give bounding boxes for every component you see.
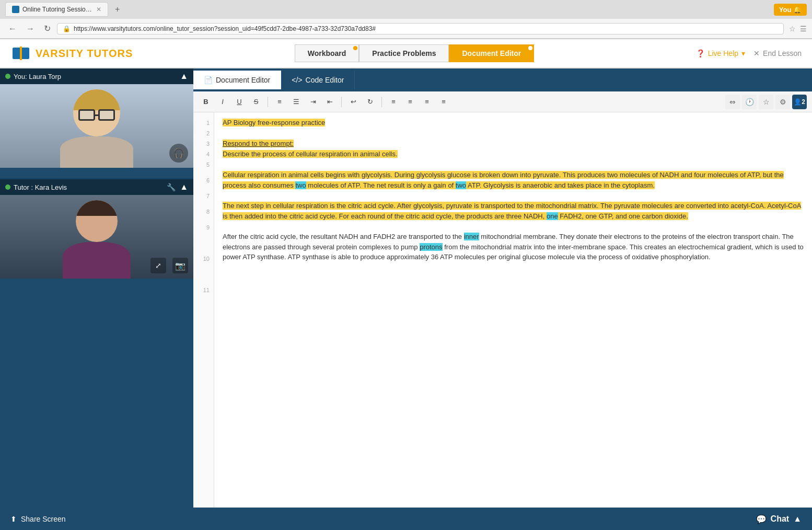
strikethrough-button[interactable]: S	[249, 95, 263, 109]
user-count-badge: 👤 2	[792, 95, 807, 109]
you-video-feed: 🎧	[0, 84, 193, 168]
expand-icon[interactable]: ⤢	[150, 258, 166, 273]
align-center-button[interactable]: ≡	[403, 95, 417, 109]
line-1: AP Biology free-response practice	[223, 118, 804, 128]
outdent-button[interactable]: ⇤	[322, 95, 337, 109]
chat-button[interactable]: 💬 Chat ▲	[756, 514, 802, 524]
tab-practice-problems[interactable]: Practice Problems	[359, 44, 449, 62]
line-1-text: AP Biology free-response practice	[223, 119, 325, 126]
you-glasses-left	[78, 109, 95, 121]
forward-button[interactable]: →	[23, 23, 38, 34]
you-body	[60, 136, 133, 168]
line-num-9: 9	[193, 222, 214, 233]
redo-button[interactable]: ↻	[363, 95, 377, 109]
back-button[interactable]: ←	[5, 23, 20, 34]
you-online-indicator	[5, 74, 10, 79]
toolbar-right: ⇔ 🕐 ☆ ⚙ 👤 2	[725, 95, 807, 109]
menu-icon[interactable]: ☰	[800, 25, 807, 33]
line-num-4: 4	[193, 149, 214, 159]
browser-tab[interactable]: Online Tutoring Sessio… ✕	[5, 2, 108, 17]
bookmark-icon[interactable]: ☆	[789, 25, 796, 33]
workboard-dot	[353, 46, 357, 50]
close-icon: ✕	[753, 49, 760, 57]
svg-rect-1	[21, 48, 29, 59]
tab-document-editor[interactable]: Document Editor	[449, 44, 534, 62]
logo-area: VARSITY TUTORS	[10, 45, 133, 61]
arrows-icon[interactable]: ⇔	[725, 95, 740, 109]
tutor-head	[76, 200, 118, 242]
share-screen-button[interactable]: ⬆ Share Screen	[10, 515, 66, 523]
ordered-list-button[interactable]: ≡	[272, 95, 287, 109]
browser-chrome: Online Tutoring Sessio… ✕ + You 🔔 ← → ↻ …	[0, 0, 812, 39]
document-editor-dot	[528, 46, 532, 50]
help-icon: ❓	[696, 49, 705, 57]
align-left-button[interactable]: ≡	[386, 95, 401, 109]
logo-text: VARSITY TUTORS	[36, 48, 133, 60]
italic-button[interactable]: I	[215, 95, 230, 109]
text-content[interactable]: AP Biology free-response practice Respon…	[214, 112, 812, 508]
tutor-header-right: 🔧 ▲	[167, 182, 188, 192]
tab-close-icon[interactable]: ✕	[96, 6, 101, 13]
refresh-button[interactable]: ↻	[41, 22, 54, 34]
line-8: The next step in cellular respiration is…	[223, 201, 804, 221]
clock-icon[interactable]: 🕐	[742, 95, 757, 109]
you-video-header-left: You: Laura Torp	[5, 73, 61, 80]
line-num-5: 5	[193, 159, 214, 170]
editor-content[interactable]: 1 2 3 4 5 6 7 8 9 10 11 AP Biology free-…	[193, 112, 812, 508]
chat-icon: 💬	[756, 514, 767, 524]
underline-button[interactable]: U	[232, 95, 247, 109]
end-lesson-button[interactable]: ✕ End Lesson	[753, 49, 802, 57]
tutor-label: Tutor : Kara Levis	[14, 183, 67, 191]
line-num-2: 2	[193, 128, 214, 139]
tutor-collapse-button[interactable]: ▲	[180, 182, 188, 192]
unordered-list-button[interactable]: ☰	[289, 95, 304, 109]
left-panel: You: Laura Torp ▲ 🎧	[0, 68, 193, 508]
tutor-online-indicator	[5, 185, 10, 190]
editor-tabs: 📄 Document Editor </> Code Editor	[193, 68, 812, 91]
settings-icon[interactable]: ⚙	[775, 95, 790, 109]
camera-icon[interactable]: 📷	[172, 258, 188, 273]
share-screen-icon: ⬆	[10, 515, 17, 523]
header-right: ❓ Live Help ▾ ✕ End Lesson	[696, 49, 802, 57]
star-icon[interactable]: ☆	[759, 95, 773, 109]
tutor-video-panel: Tutor : Kara Levis 🔧 ▲ ⤢ 📷	[0, 179, 193, 289]
line-num-3: 3	[193, 139, 214, 149]
tab-workboard[interactable]: Workboard	[295, 44, 359, 62]
undo-button[interactable]: ↩	[346, 95, 361, 109]
tab-document-editor-inner[interactable]: 📄 Document Editor	[193, 71, 281, 89]
url-text: https://www.varsitytutors.com/online_tut…	[74, 25, 376, 32]
lock-icon: 🔒	[63, 25, 71, 32]
you-video-header: You: Laura Torp ▲	[0, 68, 193, 84]
bold-button[interactable]: B	[199, 95, 213, 109]
line-num-11: 11	[193, 285, 214, 295]
align-right-button[interactable]: ≡	[420, 95, 434, 109]
indent-button[interactable]: ⇥	[306, 95, 320, 109]
tutor-settings-icon[interactable]: 🔧	[167, 183, 176, 191]
you-video-panel: You: Laura Torp ▲ 🎧	[0, 68, 193, 178]
line-5	[223, 159, 804, 170]
browser-addressbar: ← → ↻ 🔒 https://www.varsitytutors.com/on…	[0, 19, 812, 39]
line-6: Cellular respiration in animal cells beg…	[223, 170, 804, 190]
tutor-hair	[76, 200, 118, 216]
toolbar-sep-1	[268, 97, 268, 107]
user-count-icon: 👤	[794, 98, 802, 106]
live-help-button[interactable]: ❓ Live Help ▾	[696, 49, 745, 57]
line-11	[223, 262, 804, 273]
line-4: Describe the process of cellular respira…	[223, 149, 804, 159]
line-3: Respond to the prompt:	[223, 139, 804, 149]
justify-button[interactable]: ≡	[436, 95, 451, 109]
toolbar-sep-2	[341, 97, 342, 107]
header-tabs: Workboard Practice Problems Document Edi…	[295, 44, 535, 62]
you-collapse-button[interactable]: ▲	[180, 72, 188, 81]
bottom-bar: ⬆ Share Screen 💬 Chat ▲	[0, 508, 812, 530]
new-tab-button[interactable]: +	[110, 2, 125, 17]
svg-rect-2	[20, 47, 22, 60]
headset-icon: 🎧	[169, 144, 188, 163]
line-numbers: 1 2 3 4 5 6 7 8 9 10 11	[193, 112, 214, 508]
left-panel-empty	[0, 289, 193, 508]
line-6-text: Cellular respiration in animal cells beg…	[223, 171, 784, 189]
address-bar[interactable]: 🔒 https://www.varsitytutors.com/online_t…	[57, 23, 784, 34]
line-10-text: After the citric acid cycle, the resulta…	[223, 233, 804, 261]
line-10: After the citric acid cycle, the resulta…	[223, 232, 804, 262]
tab-code-editor[interactable]: </> Code Editor	[281, 71, 355, 89]
